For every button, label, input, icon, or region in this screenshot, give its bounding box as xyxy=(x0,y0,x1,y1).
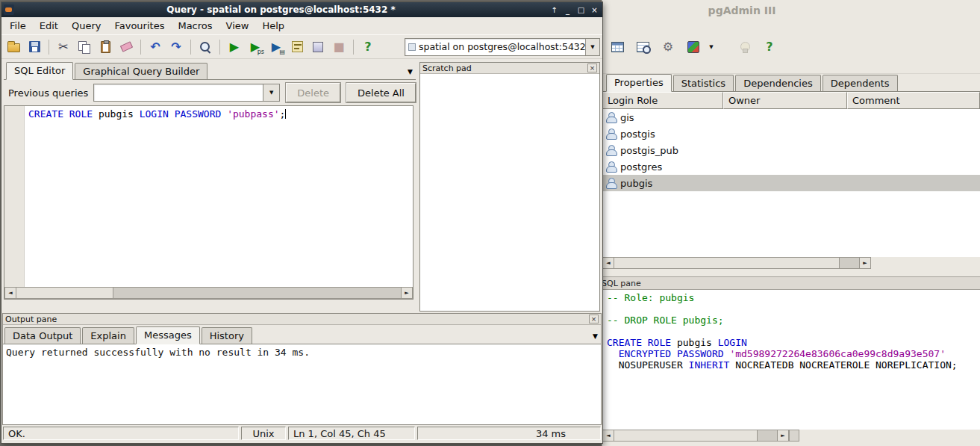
save-file-glyph xyxy=(29,41,40,52)
close-button[interactable]: × xyxy=(588,4,601,16)
table-row[interactable]: postgis xyxy=(602,126,980,142)
menu-macros[interactable]: Macros xyxy=(171,18,219,34)
query-tool-icon[interactable] xyxy=(681,35,705,59)
scroll-right-icon[interactable]: ► xyxy=(859,258,870,268)
scrollbar-thumb[interactable] xyxy=(16,288,113,298)
find-replace-icon[interactable] xyxy=(196,37,215,57)
undo-icon[interactable]: ↶ xyxy=(146,37,165,57)
paste-glyph xyxy=(101,41,110,53)
roles-table-rows: gispostgispostgis_pubpostgrespubgis xyxy=(602,109,980,257)
table-row[interactable]: postgres xyxy=(602,158,980,175)
scrollbar-track[interactable] xyxy=(113,288,401,298)
explain-query-icon[interactable] xyxy=(287,37,307,57)
menu-query[interactable]: Query xyxy=(65,18,108,34)
table-row[interactable]: postgis_pub xyxy=(602,142,980,158)
connection-combo[interactable]: spatial on postgres@localhost:5432 ▼ xyxy=(405,38,600,56)
scrollbar-thumb[interactable] xyxy=(614,258,840,268)
editor-hscrollbar[interactable]: ◄ ► xyxy=(4,287,413,299)
pane-splitter[interactable] xyxy=(602,269,980,276)
roles-hscrollbar[interactable]: ◄ ► xyxy=(602,257,871,269)
column-header-comment[interactable]: Comment xyxy=(847,92,980,109)
output-tab-data-output[interactable]: Data Output xyxy=(4,327,81,344)
sql-editor[interactable]: CREATE ROLE pubgis LOGIN PASSWORD 'pubpa… xyxy=(4,105,413,300)
output-tab-explain[interactable]: Explain xyxy=(82,327,134,344)
output-tab-history[interactable]: History xyxy=(202,327,252,344)
scrollbar-thumb[interactable] xyxy=(614,430,758,441)
code-line: ENCRYPTED PASSWORD 'md5989272264e83606ca… xyxy=(607,348,979,359)
scroll-left-icon[interactable]: ◄ xyxy=(603,258,614,268)
previous-queries-dropdown[interactable]: ▼ xyxy=(263,84,280,102)
query-tool-dropdown-icon[interactable]: ▼ xyxy=(707,44,716,50)
query-titlebar[interactable]: Query - spatial on postgres@localhost:54… xyxy=(1,2,602,17)
close-icon[interactable]: × xyxy=(587,64,597,72)
filtered-view-glyph xyxy=(637,42,649,52)
previous-queries-input[interactable] xyxy=(93,84,263,102)
output-tab-dropdown-icon[interactable]: ▼ xyxy=(593,332,598,340)
scrollbar-track[interactable] xyxy=(758,430,777,441)
help-icon[interactable]: ? xyxy=(358,37,378,57)
minimize-button[interactable]: _ xyxy=(561,4,574,16)
delete-button[interactable]: Delete xyxy=(286,83,340,102)
output-tab-messages[interactable]: Messages xyxy=(136,326,200,344)
open-file-icon[interactable] xyxy=(4,37,23,57)
help-icon[interactable]: ? xyxy=(758,35,781,59)
execute-to-file-icon[interactable]: ▶▤ xyxy=(266,37,286,57)
roles-scroll-row: ◄ ► xyxy=(602,257,980,269)
sql-editor-code[interactable]: CREATE ROLE pubgis LOGIN PASSWORD 'pubpa… xyxy=(25,106,413,287)
paste-icon[interactable] xyxy=(96,37,115,57)
execute-query-icon[interactable]: ▶ xyxy=(225,37,244,57)
eol-indicator: Unix xyxy=(241,427,286,440)
menu-favourites[interactable]: Favourites xyxy=(107,18,171,34)
maintenance-icon[interactable]: ⚙ xyxy=(656,35,680,59)
previous-queries-label: Previous queries xyxy=(8,87,88,99)
execute-pgscript-icon[interactable]: ▶ps xyxy=(246,37,265,57)
tab-dependents[interactable]: Dependents xyxy=(823,75,898,91)
tab-statistics[interactable]: Statistics xyxy=(673,75,734,91)
sql-pane-caption: SQL pane xyxy=(602,276,980,290)
scroll-left-icon[interactable]: ◄ xyxy=(5,288,16,298)
tab-dependencies[interactable]: Dependencies xyxy=(735,75,821,91)
pane-grip[interactable] xyxy=(789,430,799,442)
sql-token: pubgis xyxy=(93,108,140,120)
maximize-button[interactable]: □ xyxy=(575,4,587,16)
table-row[interactable]: pubgis xyxy=(602,175,980,191)
scroll-right-icon[interactable]: ► xyxy=(401,288,412,298)
execute-query-glyph: ▶ xyxy=(230,41,239,53)
delete-all-button[interactable]: Delete All xyxy=(346,83,416,102)
column-header-owner[interactable]: Owner xyxy=(723,92,847,109)
status-text: OK. xyxy=(3,427,239,440)
clear-window-icon[interactable] xyxy=(116,37,136,57)
explain-options-icon[interactable] xyxy=(308,37,328,57)
table-row[interactable]: gis xyxy=(602,109,980,126)
scratch-pad-input[interactable] xyxy=(420,74,599,311)
tab-list-dropdown-icon[interactable]: ▼ xyxy=(408,68,413,75)
view-data-icon[interactable] xyxy=(605,35,629,59)
sql-editor-body[interactable]: CREATE ROLE pubgis LOGIN PASSWORD 'pubpa… xyxy=(4,106,413,287)
close-icon[interactable]: × xyxy=(589,315,599,323)
tab-graphical-query-builder[interactable]: Graphical Query Builder xyxy=(75,63,207,79)
rollup-button[interactable]: ↑ xyxy=(548,4,561,16)
menu-help[interactable]: Help xyxy=(255,18,291,34)
execute-to-file-sub-glyph: ▤ xyxy=(279,49,285,55)
role-name: postgis_pub xyxy=(620,145,678,156)
tab-properties[interactable]: Properties xyxy=(606,74,672,92)
menu-file[interactable]: File xyxy=(3,18,33,34)
filtered-view-icon[interactable] xyxy=(631,35,655,59)
menu-edit[interactable]: Edit xyxy=(33,18,65,34)
save-file-icon[interactable] xyxy=(25,37,44,57)
tab-sql-editor[interactable]: SQL Editor xyxy=(6,62,73,80)
output-pane-caption: Output pane × xyxy=(3,314,601,325)
cancel-query-icon: ■ xyxy=(329,37,349,57)
column-header-login-role[interactable]: Login Role xyxy=(602,92,723,109)
copy-icon[interactable] xyxy=(75,37,94,57)
toolbar-separator xyxy=(219,40,220,55)
menu-view[interactable]: View xyxy=(219,18,256,34)
redo-icon[interactable]: ↷ xyxy=(166,37,186,57)
cut-icon[interactable]: ✂ xyxy=(54,37,73,57)
connection-dropdown[interactable]: ▼ xyxy=(585,39,599,55)
scroll-right-icon[interactable]: ► xyxy=(777,430,788,441)
sqlpane-hscrollbar[interactable]: ◄ ► xyxy=(602,430,789,442)
scrollbar-track[interactable] xyxy=(840,258,859,268)
main-bottom-row: ◄ ► xyxy=(602,430,980,442)
scroll-left-icon[interactable]: ◄ xyxy=(603,430,614,441)
